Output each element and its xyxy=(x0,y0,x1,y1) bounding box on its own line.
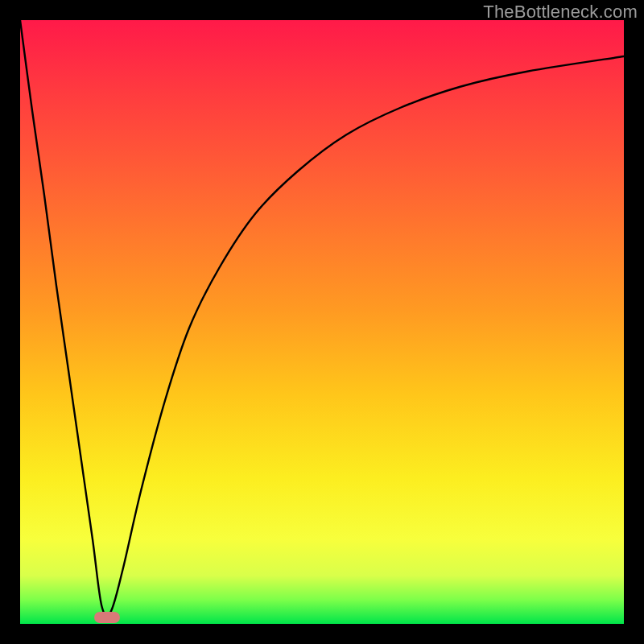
chart-frame: TheBottleneck.com xyxy=(0,0,644,644)
optimal-zone-marker xyxy=(94,612,120,623)
bottleneck-curve xyxy=(20,20,624,624)
plot-area xyxy=(20,20,624,624)
